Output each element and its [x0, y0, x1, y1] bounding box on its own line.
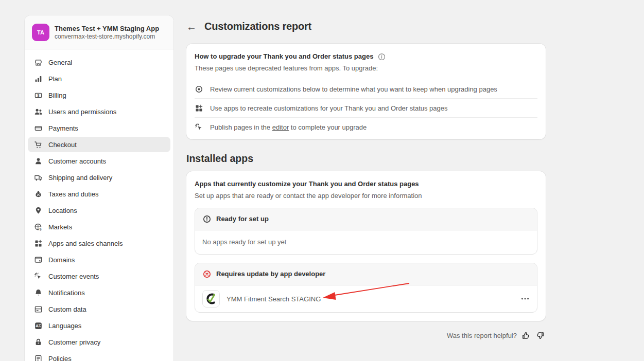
sidebar-item-notifications[interactable]: Notifications [28, 285, 170, 300]
editor-link[interactable]: editor [272, 123, 289, 131]
sidebar-item-payments[interactable]: Payments [28, 120, 170, 136]
globe-icon: $ [34, 223, 43, 231]
sidebar-item-policies[interactable]: Policies [28, 351, 170, 361]
upgrade-card-subtitle: These pages use deprecated features from… [195, 64, 537, 73]
app-name: YMM Fitment Search STAGING [227, 295, 321, 303]
requires-update-box: Requires update by app developer YMM Fit… [195, 263, 537, 313]
sidebar-item-customer-events[interactable]: Customer events [28, 268, 170, 284]
sidebar-item-billing[interactable]: $Billing [28, 87, 170, 103]
store-info: Themes Test + YMM Staging App convermax-… [55, 24, 159, 41]
ready-box-header: Ready for set up [195, 208, 537, 230]
plan-icon [34, 75, 43, 83]
sidebar-item-custom-data[interactable]: Custom data [28, 301, 170, 317]
store-header[interactable]: TA Themes Test + YMM Staging App converm… [25, 15, 173, 49]
sidebar-item-label: Markets [48, 223, 72, 231]
sidebar-item-label: Locations [48, 207, 77, 214]
truck-icon [34, 173, 43, 182]
sidebar-item-label: Shipping and delivery [48, 174, 112, 182]
back-arrow-icon[interactable]: ← [186, 22, 197, 32]
convermax-app-logo-icon [202, 290, 220, 308]
upgrade-card-title: How to upgrade your Thank you and Order … [195, 52, 373, 61]
upgrade-step: Use apps to recreate customizations for … [195, 99, 537, 118]
view-icon [195, 85, 203, 94]
upgrade-step: Publish pages in the editor to complete … [195, 118, 537, 137]
sidebar-item-taxes-and-duties[interactable]: Taxes and duties [28, 186, 170, 202]
sidebar-item-label: Plan [48, 75, 62, 83]
location-pin-icon [34, 206, 43, 215]
svg-text:A: A [36, 323, 39, 328]
upgrade-step-text: Use apps to recreate customizations for … [210, 104, 448, 112]
app-actions-menu-button[interactable] [520, 294, 530, 303]
sidebar-item-label: Apps and sales channels [48, 240, 123, 247]
sidebar-item-label: Checkout [48, 141, 77, 149]
sidebar-item-apps-and-sales-channels[interactable]: Apps and sales channels [28, 236, 170, 251]
apps-grid-icon [195, 104, 203, 113]
feedback-question: Was this report helpful? [447, 332, 517, 339]
sidebar-item-label: Domains [48, 256, 75, 264]
installed-apps-card: Apps that currently customize your Thank… [186, 171, 546, 321]
sidebar-item-label: Customer events [48, 273, 99, 280]
sidebar-item-domains[interactable]: Domains [28, 252, 170, 267]
sidebar-item-checkout[interactable]: Checkout [28, 137, 170, 152]
store-domain: convermax-test-store.myshopify.com [55, 33, 159, 41]
ready-box-title: Ready for set up [216, 214, 269, 224]
sidebar-item-customer-privacy[interactable]: Customer privacy [28, 334, 170, 350]
installed-apps-card-subtitle: Set up apps that are ready or contact th… [195, 191, 537, 201]
sidebar-item-locations[interactable]: Locations [28, 203, 170, 218]
lock-icon [34, 338, 43, 347]
upgrade-step-text: Review current customizations below to d… [210, 85, 497, 93]
sidebar-item-label: Notifications [48, 289, 85, 297]
upgrade-step: Review current customizations below to d… [195, 80, 537, 99]
error-x-icon [202, 269, 212, 279]
app-row[interactable]: YMM Fitment Search STAGING [195, 285, 537, 312]
payments-icon [34, 124, 43, 133]
thumbs-down-icon[interactable] [536, 331, 545, 340]
ready-box-empty-text: No apps ready for set up yet [195, 230, 537, 254]
sidebar-item-label: Languages [48, 322, 81, 330]
upgrade-card-heading: How to upgrade your Thank you and Order … [195, 52, 537, 61]
svg-text:$: $ [40, 227, 42, 231]
settings-sidebar: TA Themes Test + YMM Staging App converm… [25, 15, 173, 361]
installed-apps-card-title: Apps that currently customize your Thank… [195, 179, 537, 189]
sidebar-item-languages[interactable]: ALanguages [28, 318, 170, 333]
sidebar-item-label: Customer privacy [48, 338, 100, 346]
installed-apps-heading: Installed apps [186, 153, 546, 165]
settings-page: { "store": { "avatar_initials": "TA", "n… [0, 0, 644, 361]
users-icon [34, 107, 43, 116]
upgrade-card: How to upgrade your Thank you and Order … [186, 44, 546, 139]
translate-icon: A [34, 321, 43, 330]
bell-icon [34, 288, 43, 297]
database-icon [34, 305, 43, 314]
main-content: ← Customizations report How to upgrade y… [186, 0, 546, 340]
report-feedback: Was this report helpful? [186, 331, 546, 340]
sidebar-item-markets[interactable]: $Markets [28, 219, 170, 234]
page-header: ← Customizations report [186, 21, 546, 32]
sidebar-item-general[interactable]: General [28, 55, 170, 70]
cursor-click-icon [195, 123, 203, 132]
thumbs-up-icon[interactable] [521, 331, 530, 340]
svg-text:$: $ [38, 94, 40, 98]
person-icon [34, 157, 43, 166]
requires-box-title: Requires update by app developer [216, 269, 325, 279]
billing-icon: $ [34, 91, 43, 100]
sidebar-item-users-and-permissions[interactable]: Users and permissions [28, 104, 170, 119]
sidebar-item-label: Custom data [48, 305, 86, 313]
sidebar-item-label: Users and permissions [48, 108, 116, 116]
taxes-icon [34, 190, 43, 198]
settings-nav: GeneralPlan$BillingUsers and permissions… [25, 49, 173, 361]
upgrade-steps: Review current customizations below to d… [195, 80, 537, 137]
cursor-click-icon [34, 272, 43, 281]
store-icon [34, 58, 43, 67]
sidebar-item-plan[interactable]: Plan [28, 71, 170, 86]
sidebar-item-label: Payments [48, 124, 78, 132]
sidebar-item-shipping-and-delivery[interactable]: Shipping and delivery [28, 170, 170, 185]
sidebar-item-label: Policies [48, 355, 72, 361]
store-name: Themes Test + YMM Staging App [55, 24, 159, 33]
ready-for-setup-box: Ready for set up No apps ready for set u… [195, 208, 537, 255]
cart-icon [34, 140, 43, 149]
store-avatar: TA [32, 24, 49, 41]
page-title: Customizations report [204, 21, 311, 32]
info-icon[interactable] [377, 52, 386, 61]
sidebar-item-customer-accounts[interactable]: Customer accounts [28, 153, 170, 169]
apps-grid-icon [34, 239, 43, 248]
